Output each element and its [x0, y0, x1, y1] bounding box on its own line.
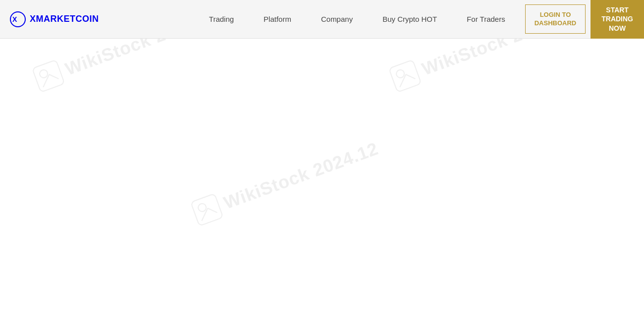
svg-rect-6: [389, 60, 421, 92]
svg-line-9: [406, 72, 415, 81]
watermark-1: WikiStock 2024.12: [31, 39, 223, 94]
watermark-2: WikiStock 2024.12: [387, 39, 580, 94]
nav-item-company[interactable]: Company: [306, 0, 368, 39]
logo-text: XMARKETCOIN: [30, 14, 99, 24]
logo-link[interactable]: X XMARKETCOIN: [0, 11, 99, 27]
svg-line-8: [396, 74, 409, 87]
svg-rect-2: [32, 60, 64, 92]
nav-item-trading[interactable]: Trading: [194, 0, 249, 39]
start-trading-button[interactable]: START TRADING NOW: [590, 0, 644, 39]
nav-item-buy-crypto-hot[interactable]: Buy Crypto HOT: [368, 0, 452, 39]
svg-line-13: [208, 206, 217, 215]
watermark-3: WikiStock 2024.12: [189, 135, 382, 227]
nav-item-for-traders[interactable]: For Traders: [452, 0, 520, 39]
svg-line-12: [198, 208, 211, 221]
nav-item-platform[interactable]: Platform: [249, 0, 306, 39]
svg-text:X: X: [12, 15, 17, 23]
svg-line-4: [40, 74, 53, 87]
svg-point-3: [39, 69, 49, 79]
svg-rect-10: [191, 194, 223, 226]
main-nav: Trading Platform Company Buy Crypto HOT …: [194, 0, 520, 39]
site-header: X XMARKETCOIN Trading Platform Company B…: [0, 0, 644, 39]
svg-line-5: [49, 72, 58, 81]
svg-point-7: [395, 69, 406, 79]
svg-point-11: [197, 203, 208, 213]
login-to-dashboard-button[interactable]: LOGIN TO DASHBOARD: [525, 4, 586, 34]
main-content: WikiStock 2024.12 WikiStock 2024.12 Wiki…: [0, 39, 644, 324]
logo-icon: X: [10, 11, 26, 27]
